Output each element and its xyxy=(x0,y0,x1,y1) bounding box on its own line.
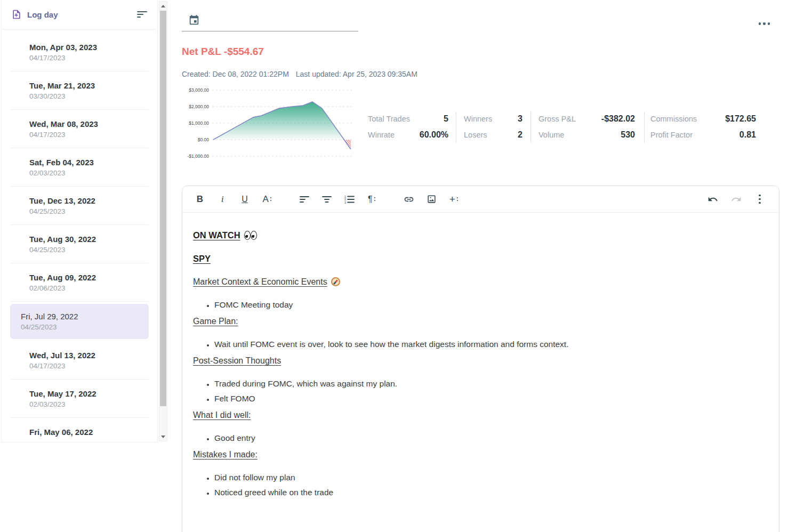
vertical-dots-icon xyxy=(759,195,761,204)
font-style-button[interactable]: A xyxy=(260,192,275,207)
divider xyxy=(530,112,531,143)
insert-more-button[interactable]: + xyxy=(446,192,461,207)
bullet-item: Good entry xyxy=(214,434,767,442)
day-entry[interactable]: Sat, Feb 04, 2023 02/03/2023 xyxy=(2,148,157,186)
day-entry-selected[interactable]: Fri, Jul 29, 2022 04/25/2023 xyxy=(10,304,149,339)
align-center-icon xyxy=(322,195,332,204)
day-entry[interactable]: Tue, Aug 30, 2022 04/25/2023 xyxy=(2,225,157,263)
stat-label: Commissions xyxy=(650,115,697,123)
stat-value: 5 xyxy=(444,114,448,124)
eyes-emoji xyxy=(244,231,258,240)
divider xyxy=(456,112,456,143)
underline-button[interactable]: U xyxy=(237,192,252,207)
stat-column: Commissions$172.65 Profit Factor0.81 xyxy=(650,85,756,163)
bullet-list: Good entry xyxy=(193,434,767,442)
stat-label: Profit Factor xyxy=(650,131,693,139)
stat-column: Winners3 Losers2 xyxy=(464,85,522,163)
ordered-list-icon: 123 xyxy=(344,195,355,204)
compass-emoji xyxy=(331,277,340,286)
redo-button[interactable] xyxy=(729,192,744,207)
day-entry[interactable]: Wed, Jul 13, 2022 04/17/2023 xyxy=(2,341,157,379)
svg-text:$0.00: $0.00 xyxy=(198,137,210,142)
divider xyxy=(644,112,645,143)
bullet-item: Noticed greed while on the trade xyxy=(214,488,767,497)
log-day-label: Log day xyxy=(27,10,58,19)
image-icon xyxy=(427,194,437,204)
bullet-list: FOMC Meeting today xyxy=(193,301,767,309)
bullet-item: FOMC Meeting today xyxy=(214,301,767,309)
day-entry[interactable]: Mon, Apr 03, 2023 04/17/2023 xyxy=(2,33,157,71)
editor-heading: Post-Session Thoughts xyxy=(193,357,767,365)
journal-detail-pane: Net P&L -$554.67 Created: Dec 08, 2022 0… xyxy=(182,0,779,532)
bullet-item: Did not follow my plan xyxy=(214,473,767,482)
stat-value: 60.00% xyxy=(420,130,448,140)
bullet-list: Wait until FOMC event is over, look to s… xyxy=(193,340,767,349)
scrollbar-thumb[interactable] xyxy=(160,11,166,406)
editor-heading: ON WATCH xyxy=(193,231,767,240)
day-entry[interactable]: Tue, May 17, 2022 02/03/2023 xyxy=(2,380,157,417)
date-picker-field[interactable] xyxy=(182,11,358,31)
net-pnl-title: Net P&L -$554.67 xyxy=(182,46,264,58)
align-left-button[interactable] xyxy=(297,192,312,207)
stat-label: Losers xyxy=(464,131,487,139)
paragraph-button[interactable]: ¶ xyxy=(364,192,379,207)
stat-value: 3 xyxy=(518,114,522,124)
trading-journal-app: Log day Mon, Apr 03, 2023 04/17/2023 Tue… xyxy=(0,0,788,532)
timestamps: Created: Dec 08, 2022 01:22PM Last updat… xyxy=(182,70,417,78)
editor-heading: What I did well: xyxy=(193,411,767,420)
italic-button[interactable]: i xyxy=(215,192,230,207)
sort-icon[interactable] xyxy=(137,11,148,18)
stat-column: Total Trades5 Winrate60.00% xyxy=(368,85,448,163)
editor-content[interactable]: ON WATCH SPY Market Context & Economic E… xyxy=(182,213,779,515)
sidebar-header: Log day xyxy=(2,0,157,29)
updated-timestamp: Last updated: Apr 25, 2023 09:35AM xyxy=(296,70,417,78)
day-entry[interactable]: Tue, Mar 21, 2023 03/30/2023 xyxy=(2,71,157,109)
link-icon xyxy=(404,194,414,205)
scroll-down-button[interactable] xyxy=(159,432,167,441)
stat-label: Winrate xyxy=(368,131,395,139)
ordered-list-button[interactable]: 123 xyxy=(342,192,357,207)
stat-value: 0.81 xyxy=(739,130,756,140)
svg-text:-$1,000.00: -$1,000.00 xyxy=(187,154,209,159)
calendar-icon xyxy=(188,14,200,26)
day-entry[interactable]: Tue, Aug 09, 2022 02/06/2023 xyxy=(2,263,157,301)
day-entry[interactable]: Fri, May 06, 2022 xyxy=(2,418,157,442)
editor-heading: Market Context & Economic Events xyxy=(193,277,767,286)
more-options-button[interactable] xyxy=(757,20,773,27)
bullet-item: Felt FOMO xyxy=(214,394,767,403)
divider xyxy=(10,301,149,302)
stat-label: Total Trades xyxy=(368,115,410,123)
svg-text:$1,000.00: $1,000.00 xyxy=(189,120,209,126)
editor-menu-button[interactable] xyxy=(752,192,767,207)
day-entry-list: Mon, Apr 03, 2023 04/17/2023 Tue, Mar 21… xyxy=(2,29,157,442)
stat-label: Volume xyxy=(538,131,564,139)
editor-heading: Mistakes I made: xyxy=(193,450,767,459)
stat-value: -$382.02 xyxy=(601,114,635,124)
day-entry[interactable]: Wed, Mar 08, 2023 04/17/2023 xyxy=(2,110,157,148)
svg-text:$2,000.00: $2,000.00 xyxy=(189,104,209,109)
bullet-list: Traded during FOMC, which was against my… xyxy=(193,380,767,403)
sidebar-scrollbar[interactable] xyxy=(159,1,167,441)
bullet-list: Did not follow my plan Noticed greed whi… xyxy=(193,473,767,497)
align-center-button[interactable] xyxy=(319,192,334,207)
stat-label: Gross P&L xyxy=(538,115,576,123)
editor-toolbar: B i U A 123 ¶ xyxy=(182,186,779,213)
bold-button[interactable]: B xyxy=(192,192,207,207)
svg-text:3: 3 xyxy=(344,200,346,204)
pnl-chart-svg: $3,000.00$2,000.00$1,000.00$0.00-$1,000.… xyxy=(183,85,355,163)
link-button[interactable] xyxy=(401,192,416,207)
svg-text:$3,000.00: $3,000.00 xyxy=(189,87,209,93)
stat-column: Gross P&L-$382.02 Volume530 xyxy=(538,85,635,163)
day-entry[interactable]: Tue, Dec 13, 2022 04/25/2023 xyxy=(2,187,157,224)
created-timestamp: Created: Dec 08, 2022 01:22PM xyxy=(182,70,289,78)
scroll-up-button[interactable] xyxy=(159,2,167,10)
undo-button[interactable] xyxy=(705,192,720,207)
bullet-item: Traded during FOMC, which was against my… xyxy=(214,380,767,388)
undo-icon xyxy=(707,194,718,205)
stat-label: Winners xyxy=(464,115,492,123)
stat-value: $172.65 xyxy=(725,114,756,124)
image-button[interactable] xyxy=(424,192,439,207)
add-document-icon xyxy=(11,9,22,20)
align-left-icon xyxy=(300,195,309,204)
log-day-button[interactable]: Log day xyxy=(11,9,58,20)
